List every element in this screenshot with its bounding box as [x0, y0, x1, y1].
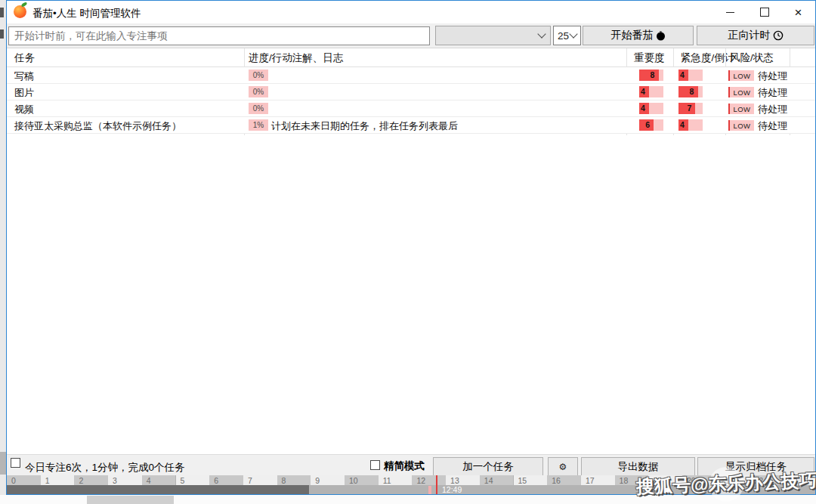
start-pomodoro-label: 开始番茄 — [611, 29, 654, 42]
minimize-button[interactable] — [713, 1, 747, 23]
risk-badge: LOW — [728, 120, 754, 131]
clock-icon — [773, 30, 784, 41]
importance-badge: 6 — [639, 119, 663, 131]
chevron-down-icon — [569, 29, 577, 38]
current-time-label: 12:49 — [442, 485, 462, 494]
table-row[interactable]: 写稿 0% 8 4 LOW 待处理 — [7, 67, 815, 84]
importance-badge: 4 — [639, 103, 663, 114]
close-icon: × — [795, 6, 802, 19]
hour-cell: 9 — [311, 475, 345, 485]
task-name: 接待亚太采购总监（本软件示例任务） — [14, 119, 181, 133]
hour-cell: 2 — [74, 475, 108, 485]
column-header-importance[interactable]: 重要度 — [634, 51, 665, 65]
hour-cell: 8 — [277, 475, 311, 485]
column-header-urgency[interactable]: 紧急度/倒计 — [681, 51, 734, 65]
maximize-button[interactable] — [747, 1, 781, 23]
progress-badge: 1% — [249, 119, 268, 131]
close-button[interactable]: × — [781, 1, 815, 23]
urgency-badge: 4 — [678, 70, 703, 81]
chevron-down-icon — [537, 29, 546, 38]
column-header-risk[interactable]: 风险/状态 — [730, 51, 774, 65]
minimize-icon — [726, 12, 734, 13]
duration-select-dropdown[interactable]: 25 — [553, 26, 581, 45]
toolbar: 25 开始番茄 正向计时 — [7, 23, 815, 48]
risk-badge: LOW — [728, 104, 754, 114]
hour-cell: 4 — [142, 475, 176, 485]
hour-cell: 7 — [243, 475, 277, 485]
hour-cell: 5 — [176, 475, 210, 485]
importance-badge: 8 — [639, 70, 663, 81]
urgency-badge: 8 — [678, 86, 703, 97]
status-text: 待处理 — [758, 70, 787, 83]
background-taskbar-fragment — [87, 496, 174, 504]
duration-value: 25 — [558, 30, 569, 42]
risk-badge: LOW — [728, 87, 754, 97]
focus-session-tick — [428, 486, 431, 494]
current-time-marker — [436, 475, 437, 494]
urgency-badge: 7 — [678, 103, 703, 114]
column-header-task[interactable]: 任务 — [14, 51, 35, 65]
count-up-timer-button[interactable]: 正向计时 — [697, 26, 814, 45]
task-name: 视频 — [14, 103, 34, 116]
elapsed-time-bar — [7, 485, 309, 494]
column-header-progress[interactable]: 进度/行动注解、日志 — [249, 51, 343, 65]
progress-badge: 0% — [249, 86, 268, 97]
hour-cell: 15 — [514, 475, 548, 485]
hour-cell: 12 — [412, 475, 446, 485]
progress-badge: 0% — [249, 70, 268, 81]
daily-summary-text: 今日专注6次，1分钟，完成0个任务 — [25, 461, 185, 475]
urgency-badge: 4 — [678, 119, 703, 131]
summary-checkbox[interactable] — [11, 458, 20, 468]
app-window: 番茄•人生 时间管理软件 × 25 开始番茄 正向计时 — [6, 0, 816, 495]
table-row[interactable]: 视频 0% 4 7 LOW 待处理 — [7, 100, 815, 117]
compact-mode-label[interactable]: 精简模式 — [384, 459, 425, 473]
gear-icon: ⚙ — [559, 462, 567, 472]
table-row[interactable]: 图片 0% 4 8 LOW 待处理 — [7, 84, 815, 100]
add-task-button[interactable]: 加一个任务 — [433, 457, 543, 476]
table-row[interactable]: 接待亚太采购总监（本软件示例任务） 1% 计划在未来日期的任务，排在任务列表最后… — [7, 117, 815, 134]
status-text: 待处理 — [758, 103, 787, 116]
hour-cell: 1 — [41, 475, 75, 485]
compact-mode-checkbox[interactable] — [370, 460, 380, 470]
progress-badge: 0% — [249, 103, 268, 114]
hour-cell: 13 — [446, 475, 480, 485]
maximize-icon — [760, 8, 769, 17]
hour-cell: 0 — [7, 475, 41, 485]
window-title: 番茄•人生 时间管理软件 — [32, 7, 141, 20]
importance-badge: 4 — [639, 86, 663, 97]
hour-cell: 6 — [209, 475, 243, 485]
focus-task-input[interactable] — [8, 26, 430, 45]
task-name: 图片 — [14, 86, 34, 100]
hour-cell: 17 — [581, 475, 615, 485]
hour-cell: 3 — [108, 475, 142, 485]
task-note: 计划在未来日期的任务，排在任务列表最后 — [271, 119, 458, 133]
start-pomodoro-button[interactable]: 开始番茄 — [583, 26, 694, 45]
background-window-sliver — [0, 0, 6, 495]
background-text-fragment — [0, 29, 4, 39]
status-text: 待处理 — [758, 86, 787, 100]
status-text: 待处理 — [758, 119, 787, 133]
background-window-sliver-dark — [0, 452, 6, 475]
hour-cell: 11 — [379, 475, 413, 485]
count-up-label: 正向计时 — [728, 29, 771, 42]
table-header: 任务 进度/行动注解、日志 重要度 紧急度/倒计 风险/状态 — [7, 48, 815, 67]
risk-badge: LOW — [728, 70, 754, 81]
title-bar[interactable]: 番茄•人生 时间管理软件 × — [7, 1, 815, 23]
settings-button[interactable]: ⚙ — [548, 457, 578, 476]
tomato-icon — [656, 31, 666, 41]
hour-cell: 10 — [345, 475, 379, 485]
task-select-dropdown[interactable] — [435, 26, 551, 45]
background-text-fragment — [0, 8, 4, 17]
tomato-app-icon — [14, 5, 26, 18]
hour-cell: 16 — [547, 475, 581, 485]
task-name: 写稿 — [14, 70, 34, 83]
hour-cell: 14 — [480, 475, 514, 485]
